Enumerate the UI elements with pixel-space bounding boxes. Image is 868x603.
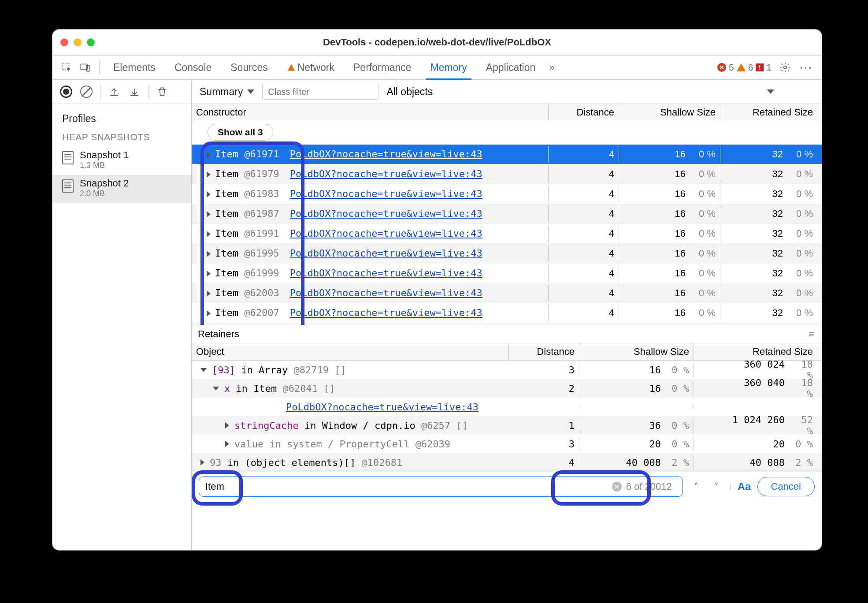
source-link[interactable]: PoLdbOX?nocache=true&view=live:43 xyxy=(290,228,482,239)
snapshot-item-2[interactable]: Snapshot 2 2.0 MB xyxy=(52,175,191,203)
table-row[interactable]: Item @61971PoLdbOX?nocache=true&view=liv… xyxy=(192,144,822,164)
collapse-icon[interactable] xyxy=(213,387,219,391)
chevron-down-icon xyxy=(247,89,254,94)
retainers-heading: Retainers xyxy=(198,328,239,340)
source-link[interactable]: PoLdbOX?nocache=true&view=live:43 xyxy=(290,208,482,219)
expand-icon[interactable] xyxy=(225,441,229,447)
save-button[interactable] xyxy=(125,83,144,100)
tab-network[interactable]: Network xyxy=(278,56,343,79)
col-distance[interactable]: Distance xyxy=(549,104,619,121)
more-tabs-button[interactable]: » xyxy=(545,62,558,73)
retainer-object: stringCache in Window / cdpn.io @6257 [] xyxy=(234,420,468,431)
snapshot-size: 2.0 MB xyxy=(80,189,129,199)
object-name: Item xyxy=(215,268,244,279)
match-case-toggle[interactable]: Aa xyxy=(738,480,751,493)
view-select[interactable]: Summary xyxy=(200,86,254,98)
tab-memory[interactable]: Memory xyxy=(422,56,476,79)
table-row[interactable]: Item @62011PoLdbOX?nocache=true&view=liv… xyxy=(192,323,822,325)
source-link[interactable]: PoLdbOX?nocache=true&view=live:43 xyxy=(290,307,482,318)
inspect-element-icon[interactable] xyxy=(58,60,75,75)
warning-badge[interactable]: 6 xyxy=(737,62,753,73)
error-badge[interactable]: ✕5 xyxy=(717,62,734,73)
next-match-button[interactable]: ˅ xyxy=(709,481,723,492)
retainers-table-body[interactable]: [93] in Array @82719 []3160 %360 02418 %… xyxy=(192,361,822,472)
source-link[interactable]: PoLdbOX?nocache=true&view=live:43 xyxy=(290,188,482,199)
status-badges[interactable]: ✕5 6 !1 xyxy=(717,62,772,73)
retained-cell: 320 % xyxy=(720,305,822,321)
cancel-search-button[interactable]: Cancel xyxy=(757,477,815,496)
source-link[interactable]: PoLdbOX?nocache=true&view=live:43 xyxy=(286,402,479,413)
retainer-row[interactable]: x in Item @62041 []2160 %360 04018 % xyxy=(192,379,822,398)
retained-cell: 320 % xyxy=(720,265,822,282)
show-all-button[interactable]: Show all 3 xyxy=(208,124,273,141)
prev-match-button[interactable]: ˄ xyxy=(689,481,703,492)
expand-icon[interactable] xyxy=(207,231,211,237)
expand-icon[interactable] xyxy=(207,290,211,297)
tab-label: Memory xyxy=(430,62,467,74)
objects-filter[interactable]: All objects xyxy=(386,86,433,98)
badge-count: 1 xyxy=(766,62,772,73)
tab-elements[interactable]: Elements xyxy=(104,56,164,79)
record-button[interactable] xyxy=(57,83,75,100)
table-row[interactable]: Item @61987PoLdbOX?nocache=true&view=liv… xyxy=(192,204,822,223)
col-shallow[interactable]: Shallow Size xyxy=(619,104,720,121)
clear-button[interactable] xyxy=(77,83,96,100)
source-link[interactable]: PoLdbOX?nocache=true&view=live:43 xyxy=(290,248,482,259)
col-distance[interactable]: Distance xyxy=(509,343,579,360)
tab-application[interactable]: Application xyxy=(477,56,545,79)
table-row[interactable]: Item @61999PoLdbOX?nocache=true&view=liv… xyxy=(192,263,822,283)
delete-button[interactable] xyxy=(153,83,171,100)
expand-icon[interactable] xyxy=(207,191,211,197)
objects-filter-dropdown[interactable] xyxy=(767,89,774,94)
class-filter-input[interactable] xyxy=(262,84,378,100)
source-link[interactable]: PoLdbOX?nocache=true&view=live:43 xyxy=(290,268,482,279)
col-object[interactable]: Object xyxy=(192,343,509,360)
settings-button[interactable] xyxy=(776,60,794,75)
expand-icon[interactable] xyxy=(207,310,211,316)
table-row[interactable]: Item @61991PoLdbOX?nocache=true&view=liv… xyxy=(192,223,822,243)
expand-icon[interactable] xyxy=(207,171,211,178)
table-row[interactable]: Item @61995PoLdbOX?nocache=true&view=liv… xyxy=(192,243,822,263)
col-constructor[interactable]: Constructor xyxy=(192,104,549,121)
source-link[interactable]: PoLdbOX?nocache=true&view=live:43 xyxy=(290,287,482,298)
table-row[interactable]: Item @61979PoLdbOX?nocache=true&view=liv… xyxy=(192,164,822,184)
table-row[interactable]: Item @62007PoLdbOX?nocache=true&view=liv… xyxy=(192,303,822,323)
retainer-row[interactable]: value in system / PropertyCell @62039320… xyxy=(192,435,822,453)
search-field[interactable]: ✕ 6 of 20012 xyxy=(199,476,683,497)
retainers-options-icon[interactable]: ≡ xyxy=(809,328,816,340)
load-button[interactable] xyxy=(105,83,123,100)
maximize-window-button[interactable] xyxy=(87,38,95,46)
constructor-table-body[interactable]: Show all 3 Item @61971PoLdbOX?nocache=tr… xyxy=(192,121,822,325)
collapse-icon[interactable] xyxy=(200,368,207,372)
source-link[interactable]: PoLdbOX?nocache=true&view=live:43 xyxy=(290,168,482,179)
tab-performance[interactable]: Performance xyxy=(345,56,420,79)
more-options-button[interactable]: ⋮ xyxy=(795,62,816,73)
object-id: @61971 xyxy=(244,149,279,160)
col-shallow[interactable]: Shallow Size xyxy=(579,343,694,360)
expand-icon[interactable] xyxy=(207,251,211,257)
tab-sources[interactable]: Sources xyxy=(222,56,276,79)
retained-cell: 320 % xyxy=(720,324,822,325)
snapshot-item-1[interactable]: Snapshot 1 1.3 MB xyxy=(52,147,191,175)
expand-icon[interactable] xyxy=(207,211,211,217)
clear-search-icon[interactable]: ✕ xyxy=(612,482,622,491)
expand-icon[interactable] xyxy=(207,152,211,158)
device-toolbar-icon[interactable] xyxy=(77,60,94,75)
retainer-row[interactable]: 93 in (object elements)[] @102681440 008… xyxy=(192,453,822,472)
source-link[interactable]: PoLdbOX?nocache=true&view=live:43 xyxy=(290,149,482,160)
show-all-row: Show all 3 xyxy=(192,121,822,144)
retainer-row[interactable]: stringCache in Window / cdpn.io @6257 []… xyxy=(192,416,822,435)
expand-icon[interactable] xyxy=(207,271,211,277)
search-input[interactable] xyxy=(205,481,612,492)
table-row[interactable]: Item @62003PoLdbOX?nocache=true&view=liv… xyxy=(192,283,822,303)
table-row[interactable]: Item @61983PoLdbOX?nocache=true&view=liv… xyxy=(192,184,822,204)
col-retained[interactable]: Retained Size xyxy=(720,104,822,121)
minimize-window-button[interactable] xyxy=(74,38,82,46)
shallow-cell: 160 % xyxy=(579,381,694,396)
issue-badge[interactable]: !1 xyxy=(756,62,772,73)
expand-icon[interactable] xyxy=(225,422,229,428)
expand-icon[interactable] xyxy=(200,459,204,465)
distance-cell: 1 xyxy=(509,418,579,433)
close-window-button[interactable] xyxy=(60,38,68,46)
tab-console[interactable]: Console xyxy=(166,56,220,79)
